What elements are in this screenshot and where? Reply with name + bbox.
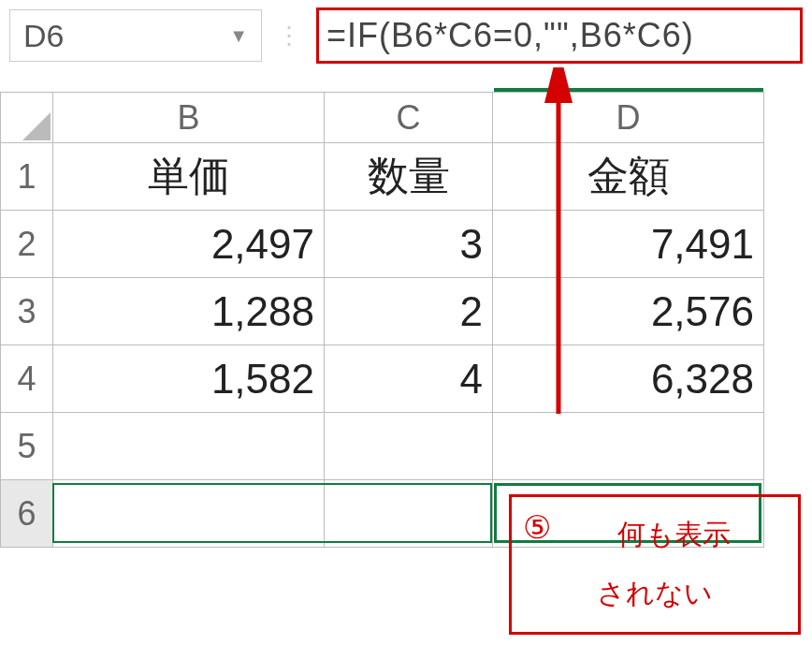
name-box-value: D6 bbox=[23, 18, 64, 54]
annotation-line1: 何も表示 bbox=[617, 516, 731, 554]
col-header-c[interactable]: C bbox=[325, 93, 493, 143]
col-header-d[interactable]: D bbox=[493, 93, 764, 143]
cell-d2[interactable]: 7,491 bbox=[493, 211, 764, 278]
cell-b1[interactable]: 単価 bbox=[53, 143, 325, 211]
cell-d3[interactable]: 2,576 bbox=[493, 278, 764, 345]
cell-c1[interactable]: 数量 bbox=[325, 143, 493, 211]
cell-c6[interactable] bbox=[325, 480, 493, 548]
cell-c2[interactable]: 3 bbox=[325, 211, 493, 278]
spreadsheet-grid[interactable]: B C D 1 単価 数量 金額 2 2,497 3 7,491 3 1,288… bbox=[0, 92, 764, 548]
row-header-3[interactable]: 3 bbox=[1, 278, 53, 345]
cell-b6[interactable] bbox=[53, 480, 325, 548]
formula-bar[interactable]: =IF(B6*C6=0,"",B6*C6) bbox=[316, 7, 803, 64]
cell-d5[interactable] bbox=[493, 413, 764, 480]
row-header-5[interactable]: 5 bbox=[1, 413, 53, 480]
name-box[interactable]: D6 ▼ bbox=[9, 9, 262, 62]
cell-b2[interactable]: 2,497 bbox=[53, 211, 325, 278]
cell-b4[interactable]: 1,582 bbox=[53, 345, 325, 413]
cell-d1[interactable]: 金額 bbox=[493, 143, 764, 211]
cell-b5[interactable] bbox=[53, 413, 325, 480]
annotation-line2: されない bbox=[597, 575, 713, 613]
formula-text: =IF(B6*C6=0,"",B6*C6) bbox=[326, 16, 694, 55]
cell-d4[interactable]: 6,328 bbox=[493, 345, 764, 413]
select-all-corner[interactable] bbox=[1, 93, 53, 143]
cell-b3[interactable]: 1,288 bbox=[53, 278, 325, 345]
fx-separator: ⋮ bbox=[273, 22, 305, 51]
chevron-down-icon[interactable]: ▼ bbox=[229, 25, 248, 47]
row-header-2[interactable]: 2 bbox=[1, 211, 53, 278]
row-header-4[interactable]: 4 bbox=[1, 345, 53, 413]
annotation-box-5: ⑤ 何も表示 されない bbox=[509, 494, 801, 635]
cell-c3[interactable]: 2 bbox=[325, 278, 493, 345]
row-header-6[interactable]: 6 bbox=[1, 480, 53, 548]
row-header-1[interactable]: 1 bbox=[1, 143, 53, 211]
annotation-number-5: ⑤ bbox=[523, 508, 551, 546]
col-d-selection-marker bbox=[494, 88, 763, 92]
cell-c5[interactable] bbox=[325, 413, 493, 480]
col-header-b[interactable]: B bbox=[53, 93, 325, 143]
corner-triangle-icon bbox=[22, 112, 51, 140]
cell-c4[interactable]: 4 bbox=[325, 345, 493, 413]
